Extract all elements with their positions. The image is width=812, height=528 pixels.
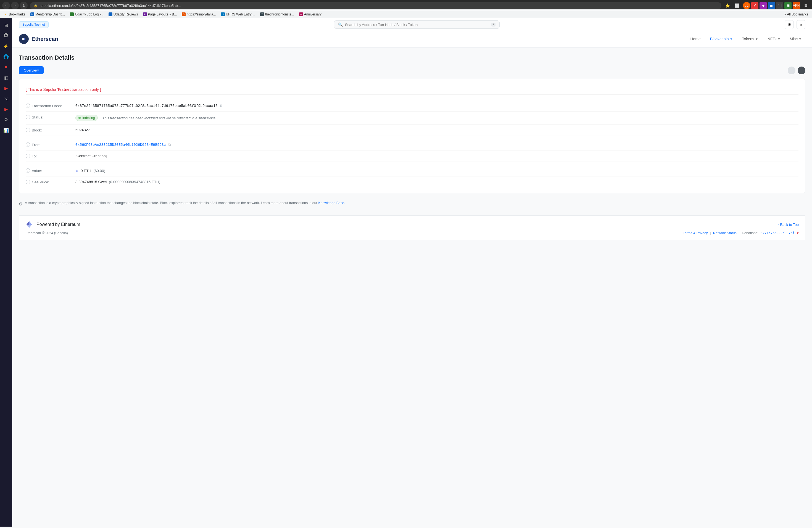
main-nav: Etherscan Home Blockchain ▼ Tokens ▼ bbox=[19, 31, 806, 47]
tx-value-usd: ($0.00) bbox=[93, 169, 105, 173]
svg-point-2 bbox=[24, 38, 25, 40]
screenshot-icon[interactable]: ⬜ bbox=[733, 2, 741, 10]
url-bar[interactable]: 🔒 sepolia.etherscan.io/tx/0x87e2f4358717… bbox=[30, 2, 721, 9]
info-note-icon: ⚙ bbox=[19, 201, 23, 207]
tx-gas-row: i Gas Price: 8.394748815 Gwei (0.0000000… bbox=[26, 176, 798, 188]
nfts-chevron-icon: ▼ bbox=[778, 38, 780, 41]
status-badge: Indexing bbox=[75, 115, 98, 121]
tx-status-row: i Status: Indexing This transaction has … bbox=[26, 112, 798, 124]
browser-toolbar: ← → ↻ 🔒 sepolia.etherscan.io/tx/0x87e2f4… bbox=[2, 2, 810, 10]
theme-toggle-button[interactable]: ☀ bbox=[785, 20, 794, 29]
sidebar-icon-github[interactable]: ⌥ bbox=[2, 94, 11, 103]
toggle-dark[interactable] bbox=[798, 67, 806, 74]
browser-menu-icon[interactable]: ≡ bbox=[802, 2, 810, 10]
bookmark-icon[interactable]: ⭐ bbox=[724, 2, 731, 10]
tx-value-info-icon: i bbox=[26, 168, 30, 173]
tx-hash-text: 0x87e2f435871765a078c777b97a02f8a3ac144d… bbox=[75, 104, 218, 108]
sidebar-icon-chart[interactable]: 📊 bbox=[2, 126, 11, 134]
detail-separator bbox=[26, 136, 798, 139]
bookmark-bookmarks[interactable]: ★ Bookmarks bbox=[2, 12, 27, 17]
page-layouts-icon: P bbox=[143, 12, 147, 16]
all-bookmarks-icon: » bbox=[784, 12, 786, 16]
ethereum-logo-footer bbox=[25, 221, 33, 229]
status-badge-text: Indexing bbox=[82, 116, 95, 120]
site-footer-top: Powered by Ethereum ↑ Back to Top bbox=[25, 221, 799, 229]
tx-gas-label: i Gas Price: bbox=[26, 180, 75, 184]
toggle-light[interactable] bbox=[788, 67, 795, 74]
tx-status-label: i Status: bbox=[26, 115, 75, 119]
nav-home[interactable]: Home bbox=[686, 34, 705, 43]
alert-suffix: transaction only ] bbox=[71, 87, 101, 92]
network-status-link[interactable]: Network Status bbox=[713, 231, 737, 235]
sidebar-icon-store[interactable]: 🅐 bbox=[2, 31, 11, 40]
nav-misc[interactable]: Misc ▼ bbox=[786, 34, 806, 43]
donation-address-link[interactable]: 0x71c765...d8976f bbox=[760, 231, 795, 235]
bookmark-udacity-job[interactable]: + Udacity Job Log -... bbox=[68, 12, 105, 17]
nav-nfts[interactable]: NFTs ▼ bbox=[764, 34, 784, 43]
sidebar-icon-globe[interactable]: 🌐 bbox=[2, 52, 11, 61]
browser-extensions: 🦊 M ◆ ◼ ⬛ ▣ VPN bbox=[743, 2, 800, 9]
nav-tokens[interactable]: Tokens ▼ bbox=[738, 34, 762, 43]
from-address-link[interactable]: 0x560F68bAe283235D20E5a46b1026D0234E9B5C… bbox=[75, 143, 166, 147]
tx-status-value: Indexing This transaction has been inclu… bbox=[75, 115, 798, 121]
udacity-job-icon: + bbox=[70, 12, 74, 16]
terms-privacy-link[interactable]: Terms & Privacy bbox=[683, 231, 708, 235]
ext-3[interactable]: ◼ bbox=[768, 2, 775, 9]
detail-separator-2 bbox=[26, 162, 798, 165]
tab-overview[interactable]: Overview bbox=[19, 66, 44, 74]
back-to-top-link[interactable]: ↑ Back to Top bbox=[777, 223, 799, 227]
tx-block-info-icon: i bbox=[26, 128, 30, 132]
bookmark-page-layouts[interactable]: P Page Layouts » B... bbox=[141, 12, 179, 17]
url-text: sepolia.etherscan.io/tx/0x87e2f435871765… bbox=[40, 4, 717, 8]
reload-button[interactable]: ↻ bbox=[20, 2, 28, 10]
ext-vpn[interactable]: VPN bbox=[793, 2, 800, 9]
ext-4[interactable]: ⬛ bbox=[776, 2, 783, 9]
footer-links: Terms & Privacy | Network Status | Donat… bbox=[683, 231, 799, 235]
tx-gas-info-icon: i bbox=[26, 180, 30, 184]
bookmark-anniversary[interactable]: A Anniversary bbox=[298, 12, 323, 17]
search-icon: 🔍 bbox=[338, 23, 343, 27]
copy-hash-icon[interactable]: ⧉ bbox=[220, 104, 222, 108]
sidebar-icon-settings[interactable]: ⚙ bbox=[2, 115, 11, 124]
ext-2[interactable]: ◆ bbox=[759, 2, 767, 9]
bookmark-chronicmonste[interactable]: T thechronicmonste... bbox=[259, 12, 296, 17]
bookmark-uhrs[interactable]: U UHRS Web Entry:... bbox=[219, 12, 257, 17]
sidebar-icon-grid[interactable]: ⊞ bbox=[2, 21, 11, 30]
tokens-chevron-icon: ▼ bbox=[755, 38, 758, 41]
tx-gas-eth: (0.000000008394748815 ETH) bbox=[109, 180, 160, 184]
uhrs-icon: U bbox=[221, 12, 225, 16]
copyright-text: Etherscan © 2024 (Sepolia) bbox=[25, 231, 68, 235]
copy-from-icon[interactable]: ⧉ bbox=[168, 143, 171, 147]
bookmark-all[interactable]: » All Bookmarks bbox=[782, 12, 810, 17]
tx-hash-row: i Transaction Hash: 0x87e2f435871765a078… bbox=[26, 100, 798, 112]
eth-price-button[interactable]: ◈ bbox=[797, 20, 806, 29]
page-title: Transaction Details bbox=[19, 54, 806, 61]
footer-note: ⚙ A transaction is a cryptographically s… bbox=[19, 198, 806, 210]
search-input[interactable] bbox=[345, 23, 489, 27]
forward-button[interactable]: → bbox=[11, 2, 19, 10]
nav-blockchain[interactable]: Blockchain ▼ bbox=[706, 34, 737, 43]
sidebar: ⊞ 🅐 ⚡ 🌐 ■ ◧ ▶ ⌥ ▶ ⚙ 📊 bbox=[0, 18, 12, 527]
sidebar-icon-red-square[interactable]: ■ bbox=[2, 63, 11, 72]
ext-metamask[interactable]: M bbox=[751, 2, 758, 9]
tx-to-label: i To: bbox=[26, 154, 75, 158]
ext-5[interactable]: ▣ bbox=[784, 2, 792, 9]
simplydalla-icon: S bbox=[182, 12, 186, 16]
knowledge-base-link[interactable]: Knowledge Base. bbox=[318, 201, 345, 205]
browser-actions: ⭐ ⬜ bbox=[724, 2, 741, 10]
firefox-ext-1[interactable]: 🦊 bbox=[743, 2, 750, 9]
sidebar-icon-layers[interactable]: ◧ bbox=[2, 73, 11, 82]
bookmark-mentorship[interactable]: M Mentorship Dashb... bbox=[29, 12, 67, 17]
sidebar-icon-youtube[interactable]: ▶ bbox=[2, 84, 11, 92]
tx-from-row: i From: 0x560F68bAe283235D20E5a46b1026D0… bbox=[26, 139, 798, 150]
blockchain-chevron-icon: ▼ bbox=[730, 38, 733, 41]
logo-link[interactable]: Etherscan bbox=[19, 31, 58, 47]
back-button[interactable]: ← bbox=[2, 2, 10, 10]
sidebar-icon-youtube2[interactable]: ▶ bbox=[2, 105, 11, 114]
sidebar-icon-bolt[interactable]: ⚡ bbox=[2, 42, 11, 50]
tx-gas-value: 8.394748815 Gwei (0.000000008394748815 E… bbox=[75, 180, 798, 184]
bookmark-udacity-reviews[interactable]: U Udacity Reviews bbox=[107, 12, 140, 17]
network-badge[interactable]: Sepolia Testnet bbox=[19, 21, 48, 28]
mentorship-icon: M bbox=[30, 12, 34, 16]
bookmark-simplydalla[interactable]: S https://simplydalla... bbox=[180, 12, 217, 17]
